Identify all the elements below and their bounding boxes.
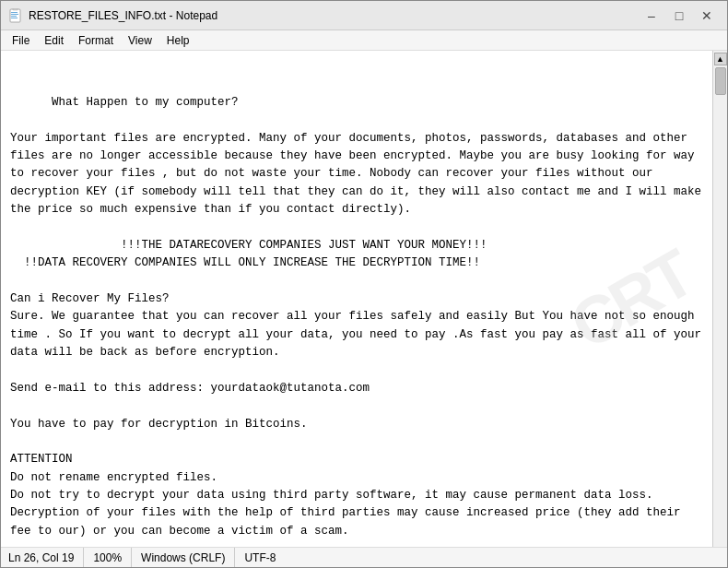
menu-bar: File Edit Format View Help [1,30,727,51]
content-area: CRT What Happen to my computer? Your imp… [1,51,727,547]
svg-rect-3 [11,16,17,17]
cursor-position: Ln 26, Col 19 [8,548,84,567]
window-title: RESTORE_FILES_INFO.txt - Notepad [29,9,639,22]
scrollbar[interactable]: ▲ [712,51,727,547]
title-bar: RESTORE_FILES_INFO.txt - Notepad – □ ✕ [1,1,727,30]
notepad-icon [8,8,23,23]
watermark: CRT [551,225,711,377]
maximize-button[interactable]: □ [666,6,692,25]
svg-rect-1 [11,12,18,13]
menu-edit[interactable]: Edit [37,32,71,49]
status-bar: Ln 26, Col 19 100% Windows (CRLF) UTF-8 [1,547,727,567]
encoding: UTF-8 [235,548,285,567]
menu-view[interactable]: View [121,32,159,49]
scroll-up-button[interactable]: ▲ [714,53,727,65]
svg-rect-2 [11,14,18,15]
svg-rect-5 [13,8,18,10]
svg-rect-4 [11,18,18,18]
close-button[interactable]: ✕ [694,6,720,25]
menu-help[interactable]: Help [159,32,197,49]
text-editor[interactable]: CRT What Happen to my computer? Your imp… [1,51,712,547]
menu-file[interactable]: File [5,32,37,49]
window-controls: – □ ✕ [639,6,720,25]
file-content: What Happen to my computer? Your importa… [10,96,709,547]
line-ending: Windows (CRLF) [132,548,235,567]
menu-format[interactable]: Format [71,32,121,49]
notepad-window: RESTORE_FILES_INFO.txt - Notepad – □ ✕ F… [0,0,728,568]
zoom-level: 100% [84,548,132,567]
scroll-thumb[interactable] [715,67,726,95]
minimize-button[interactable]: – [639,6,664,25]
